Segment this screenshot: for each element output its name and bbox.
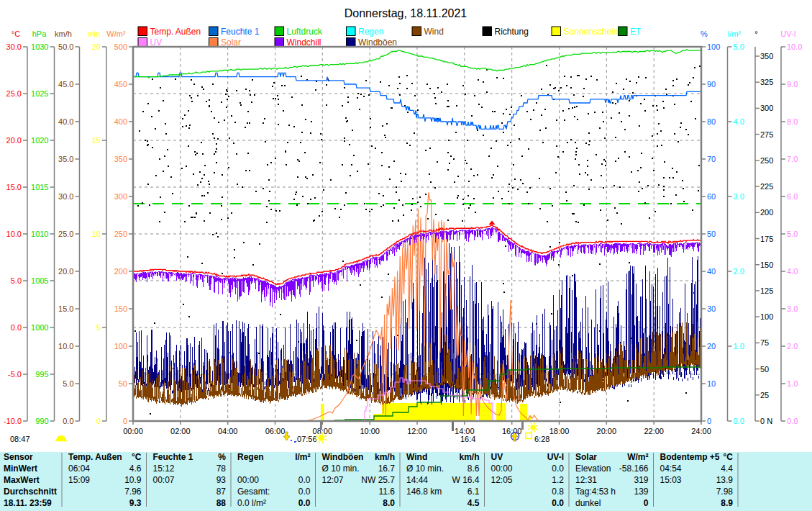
svg-text:150: 150 (114, 304, 127, 313)
svg-text:-10.0: -10.0 (4, 417, 22, 425)
svg-text:7.98: 7.98 (716, 487, 734, 497)
svg-text:12:31: 12:31 (575, 475, 597, 485)
svg-text:10: 10 (92, 230, 101, 238)
svg-text:Wind: Wind (406, 452, 427, 462)
svg-text:16.7: 16.7 (378, 463, 396, 474)
svg-text:1020: 1020 (31, 136, 48, 145)
svg-text:-5.0: -5.0 (8, 370, 22, 379)
svg-text:275: 275 (760, 130, 773, 139)
svg-text:02:00: 02:00 (170, 427, 191, 435)
svg-text:995: 995 (35, 370, 48, 379)
svg-text:km/h: km/h (55, 30, 72, 38)
svg-text:30.0: 30.0 (58, 192, 73, 201)
svg-text:8.9: 8.9 (721, 498, 733, 508)
svg-text:dunkel: dunkel (575, 498, 601, 508)
svg-text:Richtung: Richtung (495, 27, 529, 37)
svg-text:ET: ET (630, 27, 642, 37)
svg-text:16:4: 16:4 (460, 435, 475, 443)
svg-text:NW 25.7: NW 25.7 (361, 475, 395, 485)
svg-text:Temp. Außen: Temp. Außen (150, 27, 201, 37)
svg-text:Bodentemp +5: Bodentemp +5 (660, 452, 720, 462)
svg-text:0.0 l/m²: 0.0 l/m² (237, 498, 266, 508)
svg-text:20:00: 20:00 (597, 427, 617, 435)
svg-text:146.8 km: 146.8 km (406, 487, 442, 497)
svg-text:00:00: 00:00 (491, 463, 513, 474)
svg-text:km/h: km/h (375, 452, 395, 462)
svg-text:1005: 1005 (31, 276, 48, 285)
svg-text:450: 450 (114, 80, 127, 89)
svg-text:5.0: 5.0 (11, 276, 22, 285)
svg-text:Luftdruck: Luftdruck (287, 27, 323, 37)
svg-text:75: 75 (760, 338, 769, 347)
svg-text:40.0: 40.0 (58, 117, 73, 126)
svg-text:400: 400 (114, 117, 127, 126)
svg-text:50: 50 (119, 379, 127, 388)
svg-text:0.0: 0.0 (787, 417, 798, 425)
svg-text:100: 100 (114, 342, 127, 351)
svg-text:4.6: 4.6 (129, 463, 142, 474)
svg-text:4.0: 4.0 (734, 117, 744, 126)
svg-text:139: 139 (634, 487, 648, 497)
svg-text:30.0: 30.0 (6, 42, 22, 51)
svg-text:UV-I: UV-I (780, 30, 795, 38)
svg-text:200: 200 (114, 267, 127, 276)
svg-text:MaxWert: MaxWert (4, 475, 40, 485)
svg-text:MinWert: MinWert (4, 463, 37, 474)
svg-text:%: % (701, 30, 708, 38)
svg-text:45.0: 45.0 (58, 80, 73, 89)
svg-text:50: 50 (707, 230, 716, 238)
svg-text:UV-I: UV-I (547, 452, 564, 462)
svg-text:1000: 1000 (31, 323, 48, 332)
svg-text:06:04: 06:04 (68, 463, 90, 474)
svg-text:14:44: 14:44 (406, 475, 428, 485)
svg-text:12:07: 12:07 (322, 475, 344, 485)
svg-text:00:00: 00:00 (237, 475, 259, 485)
svg-text:60: 60 (707, 192, 716, 201)
svg-text:250: 250 (114, 230, 127, 238)
svg-text:20: 20 (707, 342, 716, 351)
svg-text:15.0: 15.0 (6, 183, 22, 191)
svg-text:325: 325 (760, 78, 773, 86)
svg-text:40: 40 (707, 267, 716, 276)
svg-text:8.0: 8.0 (383, 498, 395, 508)
svg-text:1.2: 1.2 (552, 475, 564, 485)
svg-text:min: min (88, 30, 101, 38)
svg-text:24:00: 24:00 (691, 427, 711, 435)
svg-text:15: 15 (92, 136, 101, 145)
svg-text:5: 5 (96, 323, 101, 332)
svg-text:100: 100 (760, 312, 773, 321)
svg-text:319: 319 (634, 475, 648, 485)
svg-text:4.4: 4.4 (721, 463, 733, 474)
svg-text:0.0: 0.0 (552, 498, 564, 508)
svg-text:0.0: 0.0 (298, 498, 311, 508)
svg-text:150: 150 (760, 261, 773, 269)
svg-text:18.11. 23:59: 18.11. 23:59 (4, 498, 52, 508)
svg-text:22:00: 22:00 (644, 427, 664, 435)
svg-text:Solar: Solar (575, 452, 597, 462)
svg-text:°C: °C (724, 452, 734, 462)
svg-text:125: 125 (760, 286, 773, 295)
svg-text:Tag:4:53 h: Tag:4:53 h (575, 487, 616, 497)
svg-text:10.0: 10.0 (787, 42, 802, 51)
svg-text:km/h: km/h (459, 452, 479, 462)
svg-text:250: 250 (760, 156, 773, 165)
svg-text:350: 350 (760, 52, 773, 60)
svg-text:W 16.4: W 16.4 (452, 475, 479, 485)
svg-text:°C: °C (12, 30, 20, 38)
svg-text:UV: UV (491, 452, 503, 462)
svg-text:990: 990 (35, 417, 48, 425)
svg-text:3.0: 3.0 (787, 304, 798, 313)
svg-text:0.0: 0.0 (63, 417, 73, 425)
svg-text:0: 0 (644, 498, 649, 508)
svg-text:18:00: 18:00 (549, 427, 570, 435)
svg-text:50: 50 (760, 365, 769, 374)
svg-text:00:00: 00:00 (123, 427, 143, 435)
svg-text:1.0: 1.0 (787, 379, 798, 388)
svg-text:10: 10 (707, 379, 716, 388)
svg-text:11.6: 11.6 (379, 487, 396, 497)
svg-text:2.0: 2.0 (734, 267, 744, 276)
svg-text:0: 0 (96, 417, 101, 425)
svg-text:300: 300 (114, 192, 127, 201)
svg-text:25.0: 25.0 (6, 89, 22, 98)
svg-text:1010: 1010 (31, 230, 48, 238)
